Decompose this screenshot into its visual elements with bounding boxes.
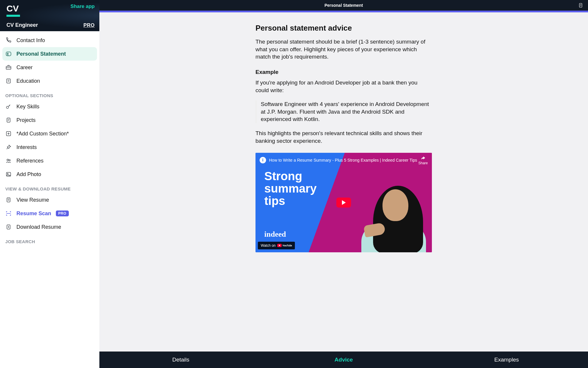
sidebar-item-label: Resume Scan — [16, 210, 51, 217]
video-share-label: Share — [418, 161, 428, 165]
advice-paragraph: If you're applying for an Android Develo… — [255, 79, 432, 94]
svg-rect-3 — [7, 79, 11, 83]
sidebar-item-label: Projects — [16, 117, 36, 123]
scan-icon — [5, 210, 12, 217]
sidebar-item-label: Personal Statement — [16, 51, 66, 57]
clipboard-icon — [5, 117, 12, 123]
svg-point-4 — [6, 106, 9, 108]
tab-details[interactable]: Details — [99, 357, 262, 363]
document-icon — [5, 78, 12, 84]
sidebar-item-references[interactable]: References — [2, 154, 97, 168]
section-heading-view: VIEW & DOWNLOAD RESUME — [2, 181, 97, 193]
svg-point-1 — [7, 53, 8, 54]
sidebar-header: CV Share app CV Engineer PRO — [0, 0, 99, 31]
sidebar-item-label: References — [16, 158, 44, 164]
video-brand: indeed — [264, 230, 286, 239]
download-icon — [5, 224, 12, 230]
key-icon — [5, 103, 12, 110]
section-heading-optional: OPTIONAL SECTIONS — [2, 88, 97, 100]
file-icon — [5, 197, 12, 203]
video-overlay-text: Strong summary tips — [264, 170, 341, 207]
sidebar-item-label: Interests — [16, 144, 37, 150]
logo-underline — [6, 15, 20, 17]
svg-point-8 — [9, 160, 10, 161]
svg-text:YouTube: YouTube — [283, 244, 292, 247]
image-icon — [5, 171, 12, 178]
sidebar-item-resume-scan[interactable]: Resume Scan PRO — [2, 207, 97, 220]
sidebar-item-label: Download Resume — [16, 224, 61, 230]
bottom-tabs: Details Advice Examples — [99, 352, 588, 368]
sidebar-item-label: View Resume — [16, 197, 49, 203]
sidebar-item-projects[interactable]: Projects — [2, 113, 97, 127]
advice-content: Personal statement advice The personal s… — [250, 12, 438, 264]
pro-badge: PRO — [56, 210, 69, 216]
sidebar-item-label: *Add Custom Section* — [16, 131, 69, 137]
video-embed[interactable]: i How to Write a Resume Summary - Plus 5… — [255, 153, 432, 252]
sidebar-item-view-resume[interactable]: View Resume — [2, 193, 97, 207]
people-icon — [5, 158, 12, 164]
video-title-row: i How to Write a Resume Summary - Plus 5… — [260, 157, 428, 163]
example-block: Software Engineer with 4 years' experien… — [255, 100, 432, 123]
sidebar-item-add-custom[interactable]: *Add Custom Section* — [2, 127, 97, 140]
main: Personal Statement Personal statement ad… — [99, 0, 588, 368]
sidebar-item-education[interactable]: Education — [2, 74, 97, 88]
watch-on-youtube-button[interactable]: Watch on YouTube — [258, 242, 295, 249]
document-icon[interactable] — [578, 3, 583, 8]
play-button-icon[interactable] — [336, 198, 351, 208]
example-heading: Example — [255, 69, 432, 75]
tab-advice[interactable]: Advice — [262, 357, 425, 363]
pro-link[interactable]: PRO — [83, 22, 95, 28]
pin-icon — [5, 144, 12, 150]
sidebar: CV Share app CV Engineer PRO Contact Inf… — [0, 0, 99, 368]
app-name: CV Engineer — [6, 22, 38, 28]
sidebar-item-label: Add Photo — [16, 171, 41, 178]
section-heading-jobsearch: JOB SEARCH — [2, 234, 97, 246]
advice-paragraph: This highlights the person's relevant te… — [255, 130, 432, 145]
advice-heading: Personal statement advice — [255, 24, 432, 33]
advice-paragraph: The personal statement should be a brief… — [255, 38, 432, 61]
share-app-link[interactable]: Share app — [71, 4, 95, 9]
svg-rect-5 — [7, 118, 10, 122]
sidebar-item-label: Key Skills — [16, 104, 39, 110]
sidebar-item-key-skills[interactable]: Key Skills — [2, 100, 97, 113]
content-scroll[interactable]: Personal statement advice The personal s… — [99, 12, 588, 352]
sidebar-item-interests[interactable]: Interests — [2, 140, 97, 154]
page-title: Personal Statement — [325, 3, 363, 8]
svg-point-10 — [7, 173, 8, 174]
sidebar-item-download-resume[interactable]: Download Resume — [2, 220, 97, 234]
briefcase-icon — [5, 64, 12, 71]
topbar: Personal Statement — [99, 0, 588, 11]
svg-point-7 — [7, 159, 9, 161]
logo-text: CV — [6, 4, 20, 14]
video-person-graphic — [358, 177, 432, 252]
sidebar-item-personal-statement[interactable]: Personal Statement — [2, 47, 97, 61]
video-share-button[interactable]: Share — [418, 156, 428, 165]
video-title: How to Write a Resume Summary - Plus 5 S… — [269, 158, 417, 163]
sidebar-item-label: Education — [16, 78, 40, 84]
svg-rect-11 — [7, 198, 10, 202]
sidebar-item-label: Career — [16, 64, 33, 71]
sidebar-item-contact-info[interactable]: Contact Info — [2, 34, 97, 47]
sidebar-item-career[interactable]: Career — [2, 61, 97, 74]
id-card-icon — [5, 51, 12, 57]
watch-on-label: Watch on — [261, 243, 275, 248]
sidebar-item-add-photo[interactable]: Add Photo — [2, 168, 97, 181]
tab-examples[interactable]: Examples — [425, 357, 588, 363]
phone-icon — [5, 37, 12, 44]
nav-list: Contact Info Personal Statement Career E… — [0, 31, 99, 252]
plus-square-icon — [5, 130, 12, 137]
app-logo: CV — [6, 4, 20, 17]
info-icon[interactable]: i — [260, 157, 266, 163]
sidebar-item-label: Contact Info — [16, 37, 45, 44]
